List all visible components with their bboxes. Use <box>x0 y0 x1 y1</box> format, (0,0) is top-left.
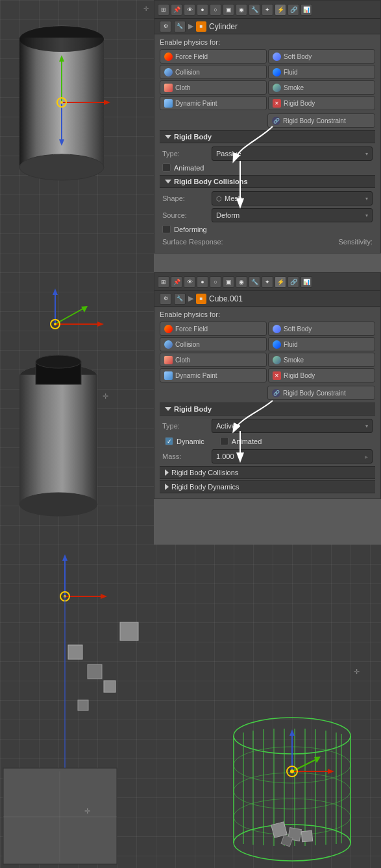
icon-physics-2[interactable]: ⚡ <box>275 276 286 288</box>
icon-scene-2[interactable]: ▣ <box>223 276 234 288</box>
icon-render1[interactable]: ◉ <box>236 4 247 16</box>
physics-grid-2: Force Field Soft Body Collision Fluid Cl… <box>160 322 375 382</box>
btn-rigid-body-constraint-2[interactable]: 🔗 Rigid Body Constraint <box>267 386 375 400</box>
mass-input-2[interactable]: 1.000 ▸ <box>212 449 373 463</box>
type-row-1: Type: Passive ▾ <box>160 145 375 162</box>
btn-collision-1[interactable]: Collision <box>160 65 267 79</box>
dropdown-arrow-2: ▾ <box>365 423 368 429</box>
btn-fluid-2[interactable]: Fluid <box>268 337 375 351</box>
icon-wrench1-2[interactable]: 🔧 <box>249 276 260 288</box>
object-icon-2: ■ <box>196 294 206 304</box>
icon-particle[interactable]: ✦ <box>262 4 273 16</box>
btn-rigid-body-constraint-row-1: 🔗 Rigid Body Constraint <box>160 113 375 128</box>
source-row-1: Source: Deform ▾ <box>160 207 375 224</box>
svg-marker-69 <box>328 769 334 774</box>
section-rb-collisions-2[interactable]: Rigid Body Collisions <box>160 466 375 479</box>
svg-point-11 <box>60 101 63 104</box>
svg-rect-34 <box>88 664 102 679</box>
animated-row-2: Animated <box>217 436 264 447</box>
icon-grid[interactable]: ⊞ <box>158 4 169 16</box>
enable-physics-label-2: Enable physics for: <box>160 311 375 318</box>
icon-physics[interactable]: ⚡ <box>275 4 286 16</box>
toolbar-icons-1: ⊞ 📌 👁 ● ○ ▣ ◉ 🔧 ✦ ⚡ 🔗 📊 <box>158 4 312 16</box>
svg-text:✛: ✛ <box>103 392 108 400</box>
svg-marker-17 <box>97 322 104 327</box>
icon-obj2-2[interactable]: ○ <box>210 276 221 288</box>
icon-render1-2[interactable]: ◉ <box>236 276 247 288</box>
section-rb-dynamics-2[interactable]: Rigid Body Dynamics <box>160 480 375 493</box>
icon-grid-2[interactable]: ⊞ <box>158 276 169 288</box>
render-icon-2: 🔧 <box>174 293 186 305</box>
btn-rigid-body-2[interactable]: ✕ Rigid Body <box>268 368 375 382</box>
svg-point-24 <box>36 355 81 368</box>
btn-dynamic-paint-2[interactable]: Dynamic Paint <box>160 368 267 382</box>
btn-smoke-2[interactable]: Smoke <box>268 353 375 367</box>
svg-rect-21 <box>19 375 97 504</box>
btn-cloth-1[interactable]: Cloth <box>160 80 267 95</box>
icon-obj1[interactable]: ● <box>197 4 208 16</box>
icon-obj1-2[interactable]: ● <box>197 276 208 288</box>
icon-constraint-2[interactable]: 🔗 <box>288 276 299 288</box>
dynamic-checkbox-2[interactable] <box>165 437 173 445</box>
icon-constraint[interactable]: 🔗 <box>288 4 299 16</box>
animated-checkbox-1[interactable] <box>162 163 171 172</box>
section-collisions-1[interactable]: Rigid Body Collisions <box>160 175 375 188</box>
object-title-1: Cylinder <box>209 22 238 31</box>
icon-pin[interactable]: 📌 <box>171 4 182 16</box>
shape-row-1: Shape: ⬡ Mesh ▾ <box>160 190 375 207</box>
btn-rigid-body-1[interactable]: ✕ Rigid Body <box>268 96 375 110</box>
svg-rect-36 <box>78 700 88 710</box>
btn-cloth-2[interactable]: Cloth <box>160 353 267 367</box>
icon-data[interactable]: 📊 <box>301 4 312 16</box>
shape-arrow-1: ▾ <box>365 196 368 202</box>
rb-dynamics-toggle <box>165 484 169 490</box>
animated-checkbox-2[interactable] <box>220 437 228 445</box>
icon-particle-2[interactable]: ✦ <box>262 276 273 288</box>
source-dropdown-1[interactable]: Deform ▾ <box>212 208 373 222</box>
surface-response-row-1: Surface Response: Sensitivity: <box>160 235 375 249</box>
deforming-row-1: Deforming <box>160 224 375 235</box>
svg-point-2 <box>19 154 104 180</box>
svg-marker-13 <box>53 288 58 295</box>
mass-value: 1.000 <box>216 452 234 460</box>
type-row-2: Type: Active ▾ <box>160 417 375 434</box>
icon-wrench1[interactable]: 🔧 <box>249 4 260 16</box>
btn-soft-body-2[interactable]: Soft Body <box>268 322 375 336</box>
viewport-3[interactable]: ✛ <box>0 545 381 868</box>
svg-marker-29 <box>101 594 107 599</box>
panel-cube: ⊞ 📌 👁 ● ○ ▣ ◉ 🔧 ✦ ⚡ 🔗 📊 ⚙ 🔧 ▶ ■ Cube.001… <box>154 272 381 499</box>
svg-point-3 <box>19 26 104 52</box>
viewport-1[interactable]: ✛ <box>0 0 154 272</box>
icon-data-2[interactable]: 📊 <box>301 276 312 288</box>
btn-smoke-1[interactable]: Smoke <box>268 80 375 95</box>
btn-fluid-1[interactable]: Fluid <box>268 65 375 79</box>
icon-pin-2[interactable]: 📌 <box>171 276 182 288</box>
icon-view[interactable]: 👁 <box>184 4 195 16</box>
icon-scene[interactable]: ▣ <box>223 4 234 16</box>
animated-row-1: Animated <box>160 162 375 173</box>
btn-collision-2[interactable]: Collision <box>160 337 267 351</box>
icon-obj2[interactable]: ○ <box>210 4 221 16</box>
deforming-checkbox-1[interactable] <box>162 225 171 233</box>
icon-view-2[interactable]: 👁 <box>184 276 195 288</box>
collisions-toggle-1 <box>165 180 171 183</box>
shape-dropdown-1[interactable]: ⬡ Mesh ▾ <box>212 191 373 205</box>
svg-point-22 <box>19 493 97 516</box>
render-icon-1: 🔧 <box>174 21 186 32</box>
btn-force-field-1[interactable]: Force Field <box>160 49 267 64</box>
btn-force-field-2[interactable]: Force Field <box>160 322 267 336</box>
viewport-2[interactable]: ✛ <box>0 272 154 545</box>
btn-dynamic-paint-1[interactable]: Dynamic Paint <box>160 96 267 110</box>
btn-soft-body-1[interactable]: Soft Body <box>268 49 375 64</box>
svg-rect-33 <box>68 645 82 659</box>
type-dropdown-2[interactable]: Active ▾ <box>212 419 373 433</box>
btn-rigid-body-constraint-1[interactable]: 🔗 Rigid Body Constraint <box>267 113 375 128</box>
section-rigid-body-2[interactable]: Rigid Body <box>160 403 375 416</box>
type-dropdown-1[interactable]: Passive ▾ <box>212 147 373 161</box>
svg-rect-35 <box>104 681 116 692</box>
btn-rigid-body-constraint-row-2: 🔗 Rigid Body Constraint <box>160 386 375 400</box>
section-toggle-2 <box>165 407 171 411</box>
svg-marker-65 <box>289 729 295 736</box>
object-title-2: Cube.001 <box>209 294 243 303</box>
section-rigid-body-1[interactable]: Rigid Body <box>160 130 375 143</box>
